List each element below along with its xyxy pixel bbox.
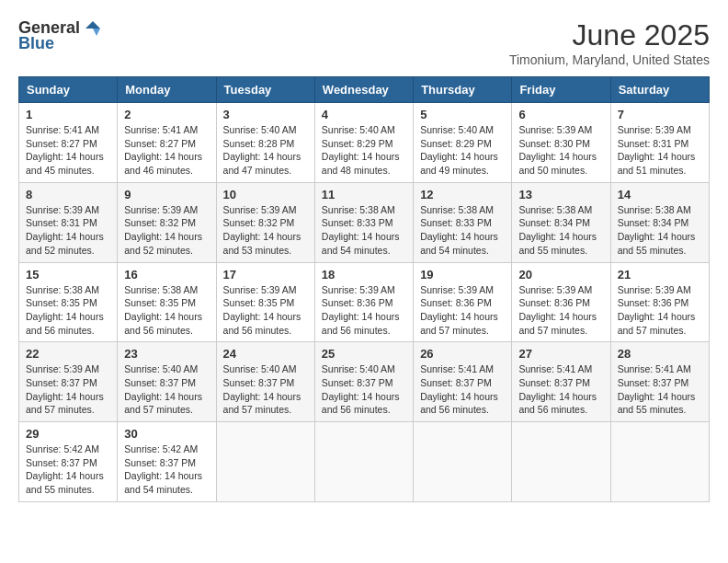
day-info: Sunrise: 5:39 AMSunset: 8:36 PMDaylight:… [518,283,603,338]
header-tuesday: Tuesday [216,77,314,103]
day-number: 2 [124,108,209,121]
day-number: 9 [124,188,209,201]
calendar-cell: 26Sunrise: 5:41 AMSunset: 8:37 PMDayligh… [414,342,512,422]
day-number: 30 [124,427,209,441]
calendar-cell: 20Sunrise: 5:39 AMSunset: 8:36 PMDayligh… [512,262,610,342]
calendar-cell: 3Sunrise: 5:40 AMSunset: 8:28 PMDaylight… [216,103,314,183]
day-info: Sunrise: 5:39 AMSunset: 8:30 PMDaylight:… [518,123,603,178]
day-info: Sunrise: 5:41 AMSunset: 8:37 PMDaylight:… [518,362,603,417]
day-info: Sunrise: 5:39 AMSunset: 8:32 PMDaylight:… [223,203,308,258]
calendar-cell: 17Sunrise: 5:39 AMSunset: 8:35 PMDayligh… [216,262,314,342]
day-number: 8 [26,188,110,201]
calendar-table: SundayMondayTuesdayWednesdayThursdayFrid… [18,76,710,502]
calendar-cell: 19Sunrise: 5:39 AMSunset: 8:36 PMDayligh… [414,262,512,342]
day-number: 10 [223,188,308,201]
calendar-week-2: 8Sunrise: 5:39 AMSunset: 8:31 PMDaylight… [19,182,710,262]
day-info: Sunrise: 5:40 AMSunset: 8:29 PMDaylight:… [420,123,505,178]
day-info: Sunrise: 5:39 AMSunset: 8:37 PMDaylight:… [26,362,110,417]
logo-blue-text: Blue [18,34,54,53]
day-info: Sunrise: 5:41 AMSunset: 8:37 PMDaylight:… [618,362,702,417]
day-info: Sunrise: 5:40 AMSunset: 8:37 PMDaylight:… [223,362,308,417]
day-info: Sunrise: 5:38 AMSunset: 8:33 PMDaylight:… [322,203,406,258]
header-saturday: Saturday [610,77,709,103]
day-info: Sunrise: 5:39 AMSunset: 8:31 PMDaylight:… [26,203,110,258]
day-number: 29 [26,427,110,441]
calendar-cell: 12Sunrise: 5:38 AMSunset: 8:33 PMDayligh… [414,182,512,262]
day-number: 6 [518,108,603,121]
calendar-cell: 2Sunrise: 5:41 AMSunset: 8:27 PMDaylight… [118,103,216,183]
day-number: 3 [223,108,308,121]
day-info: Sunrise: 5:40 AMSunset: 8:37 PMDaylight:… [124,362,209,417]
day-number: 14 [618,188,702,201]
day-info: Sunrise: 5:40 AMSunset: 8:28 PMDaylight:… [223,123,308,178]
calendar-cell: 18Sunrise: 5:39 AMSunset: 8:36 PMDayligh… [314,262,413,342]
day-info: Sunrise: 5:39 AMSunset: 8:36 PMDaylight:… [322,283,406,338]
day-number: 28 [618,347,702,361]
header-friday: Friday [512,77,610,103]
day-info: Sunrise: 5:42 AMSunset: 8:37 PMDaylight:… [26,442,110,497]
calendar-cell [314,422,413,502]
calendar-cell: 28Sunrise: 5:41 AMSunset: 8:37 PMDayligh… [610,342,709,422]
header-row: SundayMondayTuesdayWednesdayThursdayFrid… [19,77,710,103]
calendar-week-1: 1Sunrise: 5:41 AMSunset: 8:27 PMDaylight… [19,103,710,183]
calendar-cell: 27Sunrise: 5:41 AMSunset: 8:37 PMDayligh… [512,342,610,422]
calendar-cell: 1Sunrise: 5:41 AMSunset: 8:27 PMDaylight… [19,103,118,183]
calendar-cell: 16Sunrise: 5:38 AMSunset: 8:35 PMDayligh… [118,262,216,342]
day-number: 25 [322,347,406,361]
day-number: 22 [26,347,110,361]
day-number: 11 [322,188,406,201]
header-thursday: Thursday [414,77,512,103]
calendar-cell: 22Sunrise: 5:39 AMSunset: 8:37 PMDayligh… [19,342,118,422]
calendar-cell: 24Sunrise: 5:40 AMSunset: 8:37 PMDayligh… [216,342,314,422]
day-number: 7 [618,108,702,121]
calendar-cell: 5Sunrise: 5:40 AMSunset: 8:29 PMDaylight… [414,103,512,183]
day-info: Sunrise: 5:41 AMSunset: 8:27 PMDaylight:… [26,123,110,178]
day-info: Sunrise: 5:40 AMSunset: 8:29 PMDaylight:… [322,123,406,178]
day-number: 15 [26,268,110,282]
calendar-cell: 10Sunrise: 5:39 AMSunset: 8:32 PMDayligh… [216,182,314,262]
day-number: 4 [322,108,406,121]
header: General Blue June 2025 Timonium, Marylan… [18,18,710,67]
header-sunday: Sunday [19,77,118,103]
calendar-cell: 15Sunrise: 5:38 AMSunset: 8:35 PMDayligh… [19,262,118,342]
calendar-cell: 23Sunrise: 5:40 AMSunset: 8:37 PMDayligh… [118,342,216,422]
calendar-cell: 29Sunrise: 5:42 AMSunset: 8:37 PMDayligh… [19,422,118,502]
calendar-week-5: 29Sunrise: 5:42 AMSunset: 8:37 PMDayligh… [19,422,710,502]
calendar-cell: 21Sunrise: 5:39 AMSunset: 8:36 PMDayligh… [610,262,709,342]
day-number: 20 [518,268,603,282]
calendar-cell: 13Sunrise: 5:38 AMSunset: 8:34 PMDayligh… [512,182,610,262]
logo: General Blue [18,18,102,53]
calendar-cell: 14Sunrise: 5:38 AMSunset: 8:34 PMDayligh… [610,182,709,262]
day-info: Sunrise: 5:42 AMSunset: 8:37 PMDaylight:… [124,442,209,497]
title-area: June 2025 Timonium, Maryland, United Sta… [509,18,710,67]
day-number: 16 [124,268,209,282]
calendar-cell: 7Sunrise: 5:39 AMSunset: 8:31 PMDaylight… [610,103,709,183]
day-number: 13 [518,188,603,201]
svg-marker-0 [85,21,100,29]
location-title: Timonium, Maryland, United States [509,52,710,67]
day-info: Sunrise: 5:38 AMSunset: 8:34 PMDaylight:… [518,203,603,258]
day-number: 1 [26,108,110,121]
calendar-cell: 8Sunrise: 5:39 AMSunset: 8:31 PMDaylight… [19,182,118,262]
day-info: Sunrise: 5:39 AMSunset: 8:32 PMDaylight:… [124,203,209,258]
day-number: 21 [618,268,702,282]
day-info: Sunrise: 5:38 AMSunset: 8:33 PMDaylight:… [420,203,505,258]
day-number: 17 [223,268,308,282]
day-info: Sunrise: 5:39 AMSunset: 8:35 PMDaylight:… [223,283,308,338]
day-number: 19 [420,268,505,282]
day-number: 24 [223,347,308,361]
day-info: Sunrise: 5:38 AMSunset: 8:34 PMDaylight:… [618,203,702,258]
day-number: 26 [420,347,505,361]
day-number: 23 [124,347,209,361]
day-number: 5 [420,108,505,121]
day-number: 18 [322,268,406,282]
day-number: 12 [420,188,505,201]
month-title: June 2025 [509,18,710,52]
calendar-cell: 9Sunrise: 5:39 AMSunset: 8:32 PMDaylight… [118,182,216,262]
calendar-cell: 25Sunrise: 5:40 AMSunset: 8:37 PMDayligh… [314,342,413,422]
day-info: Sunrise: 5:38 AMSunset: 8:35 PMDaylight:… [124,283,209,338]
day-info: Sunrise: 5:39 AMSunset: 8:36 PMDaylight:… [618,283,702,338]
calendar-week-3: 15Sunrise: 5:38 AMSunset: 8:35 PMDayligh… [19,262,710,342]
calendar-cell [216,422,314,502]
day-info: Sunrise: 5:41 AMSunset: 8:27 PMDaylight:… [124,123,209,178]
